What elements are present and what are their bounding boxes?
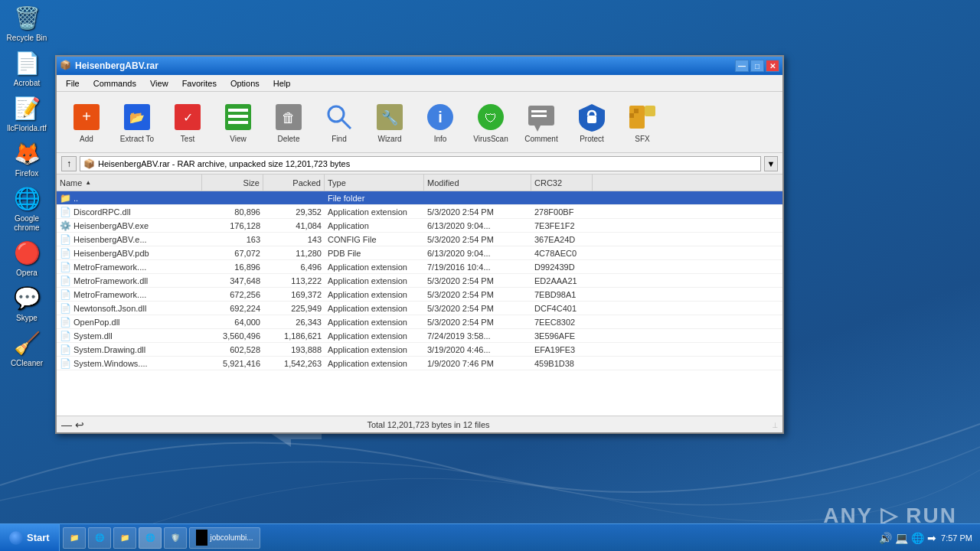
col-header-size[interactable]: Size: [202, 174, 263, 191]
col-header-modified[interactable]: Modified: [424, 174, 531, 191]
toolbar-add-button[interactable]: + Add: [63, 96, 110, 149]
skype-label: Skype: [16, 314, 38, 323]
toolbar-info-button[interactable]: i Info: [416, 96, 464, 149]
file-rows-container: 📁 .. File folder 📄 DiscordRPC.dll 80,896…: [57, 191, 782, 370]
file-cell-type: PDB File: [325, 249, 424, 258]
col-header-packed[interactable]: Packed: [263, 174, 325, 191]
file-row[interactable]: 📄 System.Drawing.dll 602,528 193,888 App…: [57, 343, 782, 357]
file-cell-packed: 11,280: [263, 249, 325, 258]
file-cell-size: 347,648: [202, 276, 263, 285]
svg-rect-9: [228, 115, 248, 118]
file-list: Name ▲ Size Packed Type Modified CRC32 📁: [57, 174, 782, 416]
file-row[interactable]: 📄 MetroFramework.dll 347,648 113,222 App…: [57, 274, 782, 288]
file-cell-crc: 278F00BF: [531, 207, 593, 217]
toolbar-test-button[interactable]: ✓ Test: [164, 96, 211, 149]
file-cell-packed: 6,496: [263, 262, 325, 272]
file-row[interactable]: 📄 System.Windows.... 5,921,416 1,542,263…: [57, 357, 782, 370]
file-cell-name: 📄 DiscordRPC.dll: [57, 207, 202, 217]
svg-rect-25: [587, 116, 596, 123]
toolbar-protect-button[interactable]: Protect: [568, 96, 616, 149]
file-cell-size: 3,560,496: [202, 331, 263, 341]
file-type-icon: 📄: [60, 262, 71, 272]
menu-commands[interactable]: Commands: [87, 77, 142, 90]
toolbar-wizard-button[interactable]: 🔧 Wizard: [366, 96, 413, 149]
taskbar-item-shield[interactable]: 🛡️: [164, 527, 187, 549]
menu-view[interactable]: View: [144, 77, 175, 90]
file-cell-name: 📄 System.Drawing.dll: [57, 344, 202, 355]
menu-options[interactable]: Options: [224, 77, 266, 90]
file-row[interactable]: 📁 .. File folder: [57, 191, 782, 205]
file-cell-packed: 193,888: [263, 345, 325, 354]
desktop-icon-ccleaner[interactable]: 🧹 CCleaner: [4, 329, 50, 368]
file-row[interactable]: 📄 System.dll 3,560,496 1,186,621 Applica…: [57, 329, 782, 343]
file-row[interactable]: ⚙️ HeisenbergABV.exe 176,128 41,084 Appl…: [57, 219, 782, 233]
tray-globe-icon[interactable]: 🌐: [911, 532, 924, 544]
file-row[interactable]: 📄 OpenPop.dll 64,000 26,343 Application …: [57, 315, 782, 329]
menu-help[interactable]: Help: [267, 77, 297, 90]
find-icon: [324, 102, 354, 132]
taskbar-item-chrome[interactable]: 🌐: [139, 527, 162, 549]
minimize-button[interactable]: —: [735, 60, 749, 72]
delete-icon: 🗑: [273, 102, 304, 132]
ccleaner-icon: 🧹: [13, 329, 41, 357]
status-icon-minus[interactable]: —: [61, 419, 72, 431]
file-cell-name: 📄 MetroFramework....: [57, 262, 202, 272]
svg-text:📂: 📂: [129, 110, 145, 125]
tray-network-icon[interactable]: 💻: [895, 532, 908, 544]
desktop-icon-firefox[interactable]: 🦊 Firefox: [4, 139, 50, 178]
svg-marker-22: [534, 126, 541, 132]
taskbar-item-jobcolumbia[interactable]: ■ jobcolumbi...: [189, 527, 260, 549]
close-button[interactable]: ✕: [766, 60, 779, 72]
extract-icon: 📂: [122, 102, 152, 132]
file-row[interactable]: 📄 MetroFramework.... 672,256 169,372 App…: [57, 288, 782, 302]
desktop-icon-word[interactable]: 📝 llcFlorida.rtf: [4, 94, 50, 133]
toolbar-virusscan-button[interactable]: 🛡 VirusScan: [467, 96, 514, 149]
file-cell-modified: 5/3/2020 2:54 PM: [424, 318, 531, 327]
back-button[interactable]: ↑: [61, 156, 77, 171]
svg-rect-8: [228, 109, 248, 112]
file-row[interactable]: 📄 DiscordRPC.dll 80,896 29,352 Applicati…: [57, 205, 782, 219]
file-row[interactable]: 📄 MetroFramework.... 16,896 6,496 Applic…: [57, 260, 782, 274]
toolbar-find-button[interactable]: Find: [315, 96, 363, 149]
col-header-type[interactable]: Type: [325, 174, 424, 191]
skype-icon: 💬: [13, 284, 41, 311]
toolbar-view-button[interactable]: View: [214, 96, 262, 149]
col-header-crc[interactable]: CRC32: [531, 174, 593, 191]
menu-favorites[interactable]: Favorites: [176, 77, 223, 90]
list-header: Name ▲ Size Packed Type Modified CRC32: [57, 174, 782, 191]
file-cell-type: CONFIG File: [325, 235, 424, 244]
file-cell-crc: 4C78AEC0: [531, 249, 593, 258]
taskbar-item-explorer[interactable]: 📁: [63, 527, 86, 549]
desktop-icon-opera[interactable]: 🔴 Opera: [4, 239, 50, 278]
recycle-bin-icon: 🗑️: [13, 4, 41, 31]
file-type-icon: 📄: [60, 207, 71, 217]
toolbar-delete-button[interactable]: 🗑 Delete: [265, 96, 312, 149]
file-row[interactable]: 📄 Newtonsoft.Json.dll 692,224 225,949 Ap…: [57, 302, 782, 315]
svg-rect-24: [531, 115, 547, 117]
start-button[interactable]: Start: [0, 524, 60, 551]
file-cell-name: 📄 HeisenbergABV.e...: [57, 234, 202, 245]
tray-volume-icon[interactable]: 🔊: [879, 532, 892, 544]
status-icon-back[interactable]: ↩: [75, 419, 84, 431]
tray-arrow-icon[interactable]: ➡: [927, 532, 936, 544]
menu-file[interactable]: File: [60, 77, 86, 90]
file-row[interactable]: 📄 HeisenbergABV.pdb 67,072 11,280 PDB Fi…: [57, 246, 782, 260]
file-row[interactable]: 📄 HeisenbergABV.e... 163 143 CONFIG File…: [57, 233, 782, 246]
toolbar-extract-button[interactable]: 📂 Extract To: [113, 96, 161, 149]
col-header-name[interactable]: Name ▲: [57, 174, 202, 191]
maximize-button[interactable]: □: [750, 60, 764, 72]
file-type-icon: 📄: [60, 276, 71, 286]
taskbar-item-folder[interactable]: 📁: [113, 527, 136, 549]
toolbar-sfx-button[interactable]: SFX: [619, 96, 666, 149]
desktop-icon-skype[interactable]: 💬 Skype: [4, 284, 50, 323]
desktop-icon-chrome[interactable]: 🌐 Google chrome: [4, 184, 50, 233]
status-text: Total 12,201,723 bytes in 12 files: [367, 420, 489, 429]
view-icon: [223, 102, 253, 132]
test-icon: ✓: [172, 102, 203, 132]
desktop-icon-acrobat[interactable]: 📄 Acrobat: [4, 49, 50, 88]
desktop-icon-recycle-bin[interactable]: 🗑️ Recycle Bin: [4, 4, 50, 43]
taskbar-item-ie[interactable]: 🌐: [88, 527, 111, 549]
file-cell-packed: 1,542,263: [263, 359, 325, 368]
toolbar-comment-button[interactable]: Comment: [518, 96, 565, 149]
address-dropdown[interactable]: ▼: [764, 156, 778, 171]
